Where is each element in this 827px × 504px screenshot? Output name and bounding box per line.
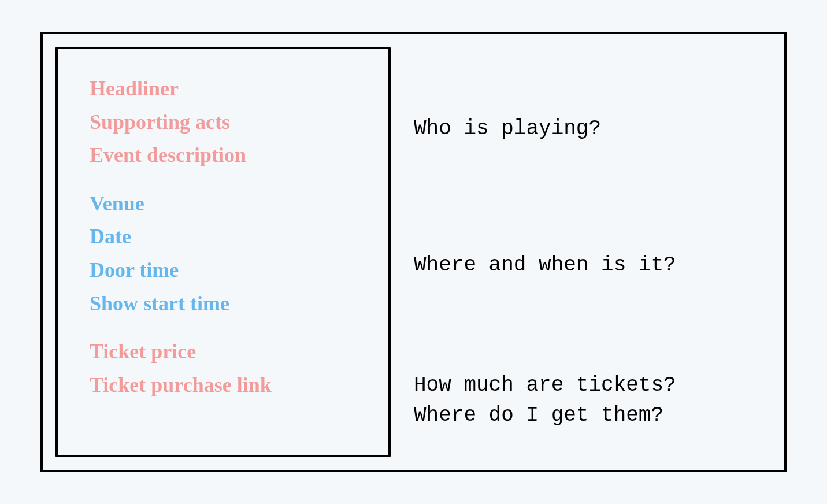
question-tickets: How much are tickets? Where do I get the…	[414, 370, 676, 431]
field-date: Date	[90, 220, 365, 254]
question-where-when: Where and when is it?	[414, 250, 676, 280]
question-tickets-line1: How much are tickets?	[414, 370, 676, 401]
field-door-time: Door time	[90, 254, 365, 287]
field-ticket-purchase-link: Ticket purchase link	[90, 369, 365, 402]
field-supporting-acts: Supporting acts	[90, 106, 365, 139]
fields-panel: Headliner Supporting acts Event descript…	[55, 47, 391, 457]
field-venue: Venue	[90, 187, 365, 221]
field-show-start-time: Show start time	[90, 287, 365, 321]
questions-panel: Who is playing? Where and when is it? Ho…	[391, 47, 784, 457]
question-tickets-line2: Where do I get them?	[414, 401, 676, 431]
field-headliner: Headliner	[90, 72, 365, 106]
diagram-container: Headliner Supporting acts Event descript…	[40, 32, 787, 472]
field-group-where-when: Venue Date Door time Show start time	[90, 187, 365, 320]
field-event-description: Event description	[90, 139, 365, 172]
field-ticket-price: Ticket price	[90, 335, 365, 369]
field-group-who: Headliner Supporting acts Event descript…	[90, 72, 365, 172]
field-group-tickets: Ticket price Ticket purchase link	[90, 335, 365, 402]
question-who: Who is playing?	[414, 114, 601, 144]
